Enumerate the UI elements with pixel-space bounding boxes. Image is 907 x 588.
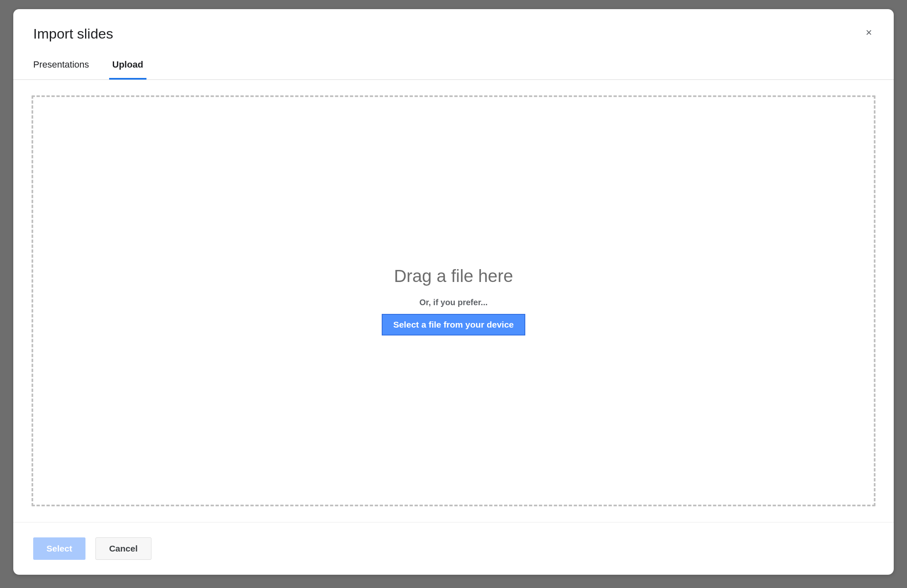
select-button[interactable]: Select	[33, 537, 85, 560]
cancel-button[interactable]: Cancel	[95, 537, 151, 560]
close-button[interactable]: ×	[862, 26, 875, 39]
alternative-text: Or, if you prefer...	[419, 298, 488, 307]
modal-title: Import slides	[33, 26, 874, 42]
import-slides-modal: Import slides × Presentations Upload Dra…	[13, 9, 894, 575]
close-icon: ×	[866, 26, 872, 39]
select-file-button[interactable]: Select a file from your device	[382, 314, 526, 335]
modal-body: Drag a file here Or, if you prefer... Se…	[13, 80, 894, 522]
file-dropzone[interactable]: Drag a file here Or, if you prefer... Se…	[32, 95, 875, 506]
tab-upload[interactable]: Upload	[112, 59, 144, 79]
drag-instruction-text: Drag a file here	[394, 266, 513, 286]
tab-presentations[interactable]: Presentations	[33, 59, 89, 79]
tab-label: Presentations	[33, 59, 89, 70]
modal-header: Import slides ×	[13, 9, 894, 42]
modal-footer: Select Cancel	[13, 522, 894, 575]
tabs: Presentations Upload	[13, 59, 894, 80]
tab-label: Upload	[112, 59, 144, 70]
